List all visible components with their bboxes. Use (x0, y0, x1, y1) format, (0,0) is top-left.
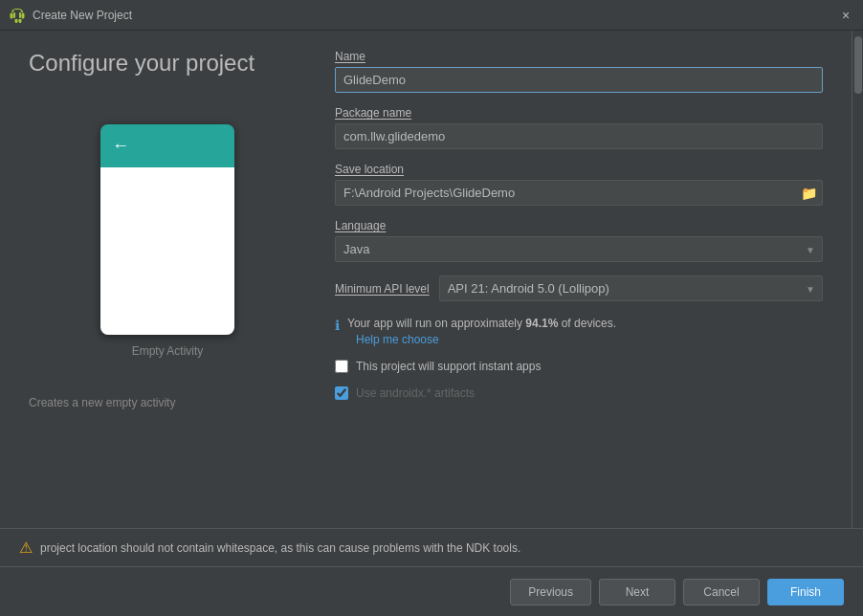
language-select-wrapper: Java Kotlin ▼ (335, 236, 823, 262)
language-form-group: Language Java Kotlin ▼ (335, 219, 823, 262)
save-location-form-group: Save location 📁 (335, 163, 823, 206)
previous-button[interactable]: Previous (510, 579, 591, 605)
name-label: Name (335, 50, 823, 63)
left-panel: Configure your project ← Empty Activity … (0, 31, 325, 528)
name-input[interactable] (335, 67, 823, 93)
right-panel: Name Package name Save location 📁 Langua… (325, 31, 852, 528)
api-info-row: ℹ Your app will run on approximately 94.… (335, 317, 823, 333)
bottom-bar: Previous Next Cancel Finish (0, 566, 863, 616)
phone-body (100, 167, 234, 335)
phone-header: ← (100, 124, 234, 167)
close-button[interactable]: × (838, 8, 853, 23)
folder-icon: 📁 (801, 186, 817, 201)
scrollbar[interactable] (852, 31, 863, 528)
save-location-label: Save location (335, 163, 823, 176)
api-select-wrapper: API 21: Android 5.0 (Lollipop) API 22: A… (439, 275, 823, 301)
help-me-choose-link[interactable]: Help me choose (356, 333, 823, 346)
instant-apps-row: This project will support instant apps (335, 360, 823, 373)
description-label: Creates a new empty activity (29, 396, 306, 409)
title-bar-text: Create New Project (33, 9, 838, 22)
artifacts-row: Use androidx.* artifacts (335, 386, 823, 400)
cancel-button[interactable]: Cancel (683, 579, 760, 605)
scrollbar-thumb[interactable] (854, 36, 862, 94)
language-label: Language (335, 219, 823, 232)
save-location-wrapper: 📁 (335, 180, 823, 206)
warning-icon: ⚠ (19, 539, 33, 557)
api-info-text: Your app will run on approximately 94.1%… (347, 317, 616, 330)
content-scrollable: Configure your project ← Empty Activity … (0, 31, 863, 528)
package-name-label: Package name (335, 106, 823, 120)
warning-bar: ⚠ project location should not contain wh… (0, 528, 863, 566)
name-form-group: Name (335, 50, 823, 93)
main-content: Configure your project ← Empty Activity … (0, 31, 863, 616)
minimum-api-label: Minimum API level (335, 282, 430, 296)
activity-label: Empty Activity (132, 344, 204, 358)
device-preview: ← Empty Activity (29, 124, 306, 358)
package-name-form-group: Package name (335, 106, 823, 149)
phone-mockup: ← (100, 124, 234, 335)
language-select[interactable]: Java Kotlin (335, 236, 823, 262)
back-arrow-icon: ← (112, 136, 129, 156)
artifacts-checkbox[interactable] (335, 386, 348, 400)
instant-apps-label: This project will support instant apps (356, 360, 541, 373)
next-button[interactable]: Next (599, 579, 675, 605)
api-info-container: ℹ Your app will run on approximately 94.… (335, 315, 823, 346)
warning-text: project location should not contain whit… (40, 541, 520, 555)
instant-apps-checkbox[interactable] (335, 360, 348, 373)
title-bar: Create New Project × (0, 0, 863, 31)
artifacts-label: Use androidx.* artifacts (356, 386, 475, 400)
page-title: Configure your project (29, 50, 306, 77)
minimum-api-select[interactable]: API 21: Android 5.0 (Lollipop) API 22: A… (439, 275, 823, 301)
info-icon: ℹ (335, 318, 340, 333)
package-name-input[interactable] (335, 123, 823, 149)
android-icon (10, 8, 25, 23)
save-location-input[interactable] (335, 180, 823, 206)
api-row: Minimum API level API 21: Android 5.0 (L… (335, 275, 823, 301)
finish-button[interactable]: Finish (767, 579, 844, 605)
